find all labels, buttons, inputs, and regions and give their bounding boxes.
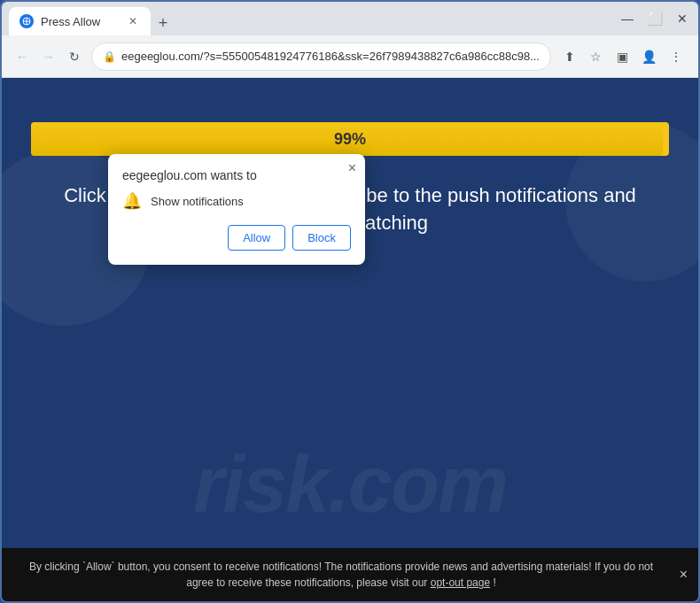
menu-button[interactable]: ⋮ — [665, 45, 688, 68]
tab-favicon — [19, 14, 34, 28]
back-button[interactable]: ← — [12, 44, 32, 69]
consent-bar: By clicking `Allow` button, you consent … — [2, 548, 698, 601]
main-content: × eegeeglou.com wants to 🔔 Show notifica… — [2, 78, 698, 601]
progress-bar-container: 99% — [31, 122, 669, 156]
lock-icon: 🔒 — [103, 50, 116, 63]
share-button[interactable]: ⬆ — [558, 45, 581, 68]
title-bar: Press Allow ✕ + — ⬜ ✕ — [2, 2, 698, 35]
url-text: eegeeglou.com/?s=555005481924776186&ssk=… — [121, 50, 540, 63]
progress-label: 99% — [334, 130, 366, 149]
notification-popup: × eegeeglou.com wants to 🔔 Show notifica… — [108, 154, 365, 265]
bookmark-button[interactable]: ☆ — [585, 45, 608, 68]
window-controls: — ⬜ ✕ — [618, 10, 691, 27]
maximize-button[interactable]: ⬜ — [644, 10, 666, 27]
active-tab[interactable]: Press Allow ✕ — [9, 7, 151, 35]
allow-button[interactable]: Allow — [228, 225, 285, 251]
consent-text: By clicking `Allow` button, you consent … — [29, 560, 653, 589]
close-button[interactable]: ✕ — [673, 10, 691, 27]
opt-out-link[interactable]: opt-out page — [431, 576, 490, 589]
address-input-wrap[interactable]: 🔒 eegeeglou.com/?s=555005481924776186&ss… — [91, 43, 551, 71]
tab-strip: Press Allow ✕ + — [9, 2, 607, 35]
popup-close-button[interactable]: × — [348, 161, 356, 175]
browser-window: Press Allow ✕ + — ⬜ ✕ ← → ↻ 🔒 eegeeglou.… — [0, 0, 700, 603]
refresh-button[interactable]: ↻ — [65, 44, 84, 69]
popup-title: eegeeglou.com wants to — [122, 168, 351, 182]
tab-title: Press Allow — [41, 15, 100, 28]
new-tab-button[interactable]: + — [151, 11, 175, 35]
consent-close-button[interactable]: × — [680, 564, 688, 585]
sidebar-button[interactable]: ▣ — [611, 45, 634, 68]
popup-permission: 🔔 Show notifications — [122, 191, 351, 211]
popup-permission-text: Show notifications — [151, 195, 244, 208]
consent-suffix: ! — [493, 576, 495, 589]
bell-icon: 🔔 — [122, 191, 142, 211]
address-actions: ⬆ ☆ ▣ 👤 ⋮ — [558, 45, 688, 68]
profile-button[interactable]: 👤 — [638, 45, 661, 68]
popup-buttons: Allow Block — [122, 225, 351, 251]
block-button[interactable]: Block — [292, 225, 351, 251]
address-bar: ← → ↻ 🔒 eegeeglou.com/?s=555005481924776… — [2, 35, 698, 78]
watermark: risk.com — [2, 439, 698, 530]
forward-button[interactable]: → — [39, 44, 58, 69]
minimize-button[interactable]: — — [618, 10, 637, 27]
tab-close-button[interactable]: ✕ — [126, 14, 140, 28]
